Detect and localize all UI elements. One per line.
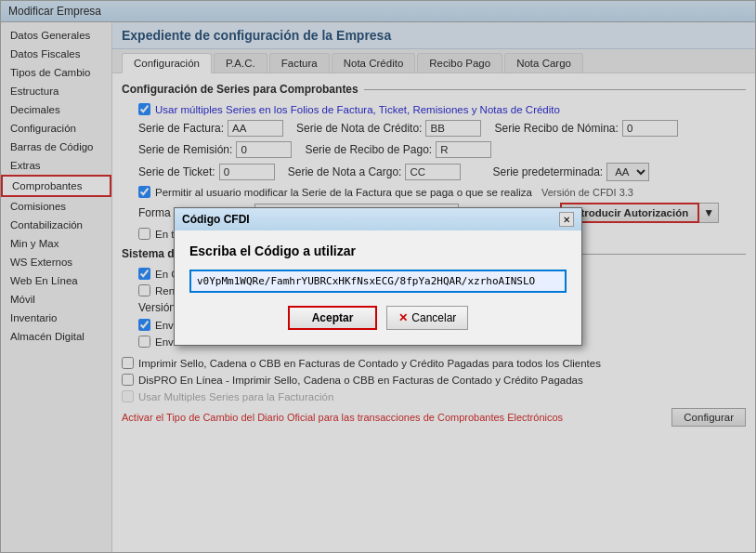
codigo-cfdi-input[interactable]: [189, 270, 567, 293]
modal-buttons: Aceptar ✕ Cancelar: [189, 306, 567, 330]
modal-title-text: Código CFDI: [182, 213, 250, 226]
modal-aceptar-button[interactable]: Aceptar: [288, 306, 378, 330]
codigo-cfdi-modal: Código CFDI ✕ Escriba el Código a utiliz…: [174, 207, 582, 346]
modal-cancelar-label: Cancelar: [411, 311, 456, 324]
cancel-x-icon: ✕: [398, 311, 408, 324]
main-window: Modificar Empresa Datos GeneralesDatos F…: [0, 0, 756, 553]
modal-heading: Escriba el Código a utilizar: [189, 244, 567, 258]
modal-close-button[interactable]: ✕: [559, 212, 574, 227]
modal-body: Escriba el Código a utilizar Aceptar ✕ C…: [175, 230, 581, 345]
modal-title-bar: Código CFDI ✕: [175, 208, 581, 230]
modal-overlay: Código CFDI ✕ Escriba el Código a utiliz…: [0, 0, 756, 553]
modal-cancelar-button[interactable]: ✕ Cancelar: [386, 306, 468, 330]
